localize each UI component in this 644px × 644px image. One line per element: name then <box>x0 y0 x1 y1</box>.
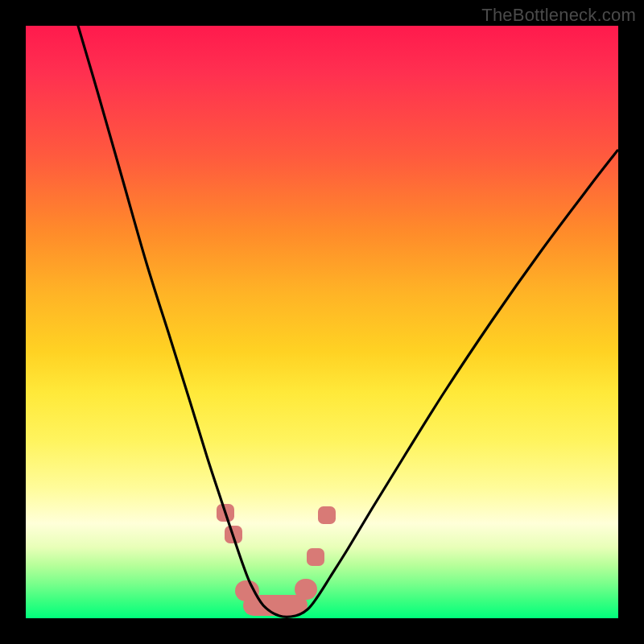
trough-left-join <box>235 580 259 601</box>
marker-right-upper <box>318 506 336 524</box>
markers-group <box>217 504 336 616</box>
bottleneck-curve-svg <box>26 26 618 618</box>
trough-right-join <box>295 579 317 600</box>
bottleneck-curve <box>78 26 617 617</box>
chart-frame: TheBottleneck.com <box>0 0 644 644</box>
marker-right-mid <box>307 548 324 566</box>
watermark-text: TheBottleneck.com <box>481 5 636 26</box>
plot-area <box>26 26 618 618</box>
